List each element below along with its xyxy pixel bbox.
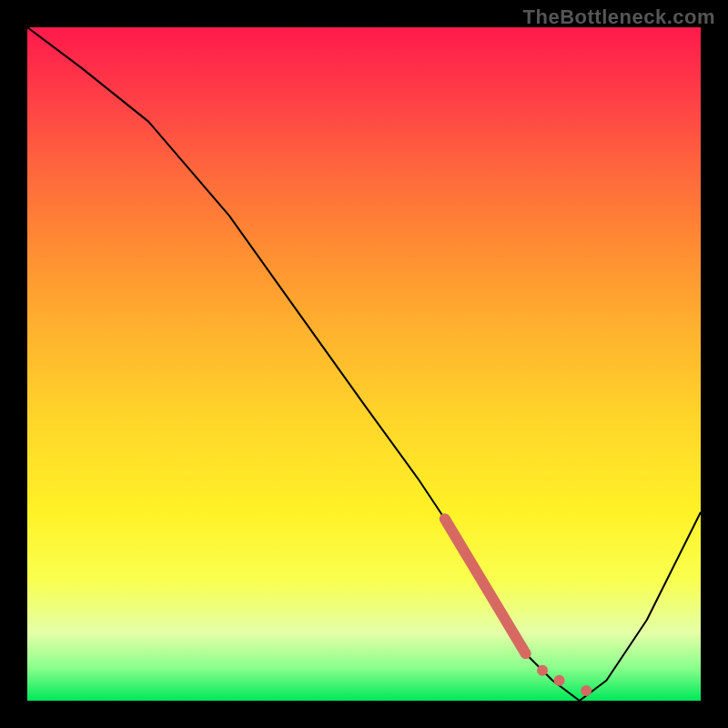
highlight-dot (554, 675, 565, 686)
plot-overlay (27, 27, 701, 701)
watermark-label: TheBottleneck.com (523, 5, 715, 29)
highlight-dot (581, 685, 592, 696)
highlight-segment (445, 519, 526, 653)
chart-container: TheBottleneck.com (0, 0, 728, 728)
plot-area (27, 27, 701, 701)
highlight-dots (537, 665, 592, 696)
highlight-dot (537, 665, 548, 676)
bottleneck-curve (27, 27, 701, 701)
